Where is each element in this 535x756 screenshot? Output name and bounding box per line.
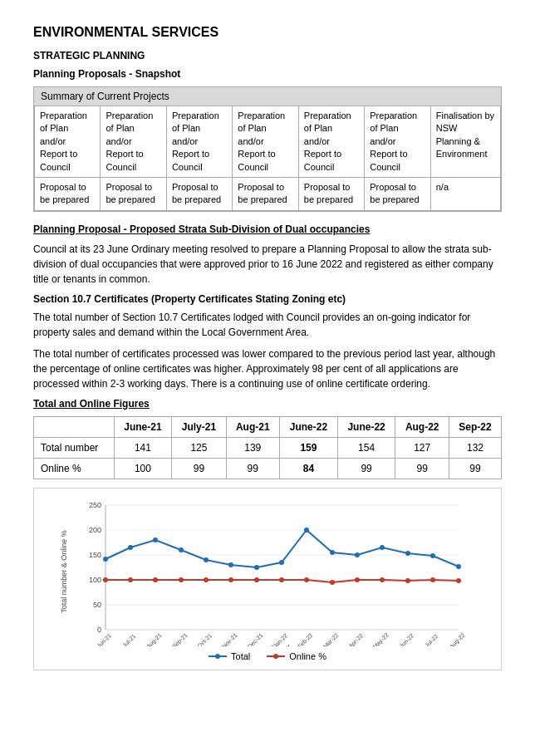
total-jul21: 125 xyxy=(172,437,226,458)
legend-online-label: Online % xyxy=(289,651,326,661)
online-dot xyxy=(380,577,385,582)
data-table: June-21 July-21 Aug-21 June-22 June-22 A… xyxy=(33,416,502,479)
proposal-heading: Planning Proposal - Proposed Strata Sub-… xyxy=(33,223,502,235)
online-dot xyxy=(204,577,209,582)
col-header-2: July-21 xyxy=(172,416,226,437)
y-axis-label: Total number & Online % xyxy=(60,530,68,613)
cell-2-7: n/a xyxy=(430,177,500,210)
summary-table: Preparation of Plan and/or Report to Cou… xyxy=(34,106,501,211)
figures-heading: Total and Online Figures xyxy=(33,398,502,410)
online-dot xyxy=(254,577,259,582)
svg-text:Month: Month xyxy=(271,644,292,646)
total-dot xyxy=(254,565,259,570)
cell-1-5: Preparation of Plan and/or Report to Cou… xyxy=(298,106,364,177)
svg-point-32 xyxy=(273,654,278,659)
online-dot xyxy=(279,577,284,582)
total-aug22: 127 xyxy=(395,437,449,458)
svg-text:Feb-22: Feb-22 xyxy=(297,632,314,646)
svg-text:150: 150 xyxy=(89,551,101,559)
online-aug22: 99 xyxy=(395,458,449,479)
legend-online-icon xyxy=(267,652,285,660)
svg-text:0: 0 xyxy=(97,626,101,634)
online-dot xyxy=(103,577,108,582)
total-sep22: 132 xyxy=(449,437,501,458)
svg-text:200: 200 xyxy=(89,526,101,534)
total-dot xyxy=(153,538,158,542)
table-header-row: June-21 July-21 Aug-21 June-22 June-22 A… xyxy=(34,416,502,437)
online-sep22: 99 xyxy=(449,458,501,479)
online-aug21: 99 xyxy=(226,458,279,479)
online-jun22: 84 xyxy=(280,458,338,479)
total-dot xyxy=(179,547,184,552)
online-dot xyxy=(430,577,435,582)
col-header-6: Aug-22 xyxy=(395,416,449,437)
col-header-0 xyxy=(34,416,115,437)
legend-total: Total xyxy=(209,651,250,661)
svg-text:Mar-22: Mar-22 xyxy=(322,632,340,646)
para2: The total number of certificates process… xyxy=(33,346,502,391)
chart-legend: Total Online % xyxy=(42,651,493,661)
svg-text:Aug-22: Aug-22 xyxy=(449,631,467,646)
total-aug21: 139 xyxy=(226,437,279,458)
online-dot xyxy=(179,577,184,582)
online-dot xyxy=(304,577,309,582)
snapshot-heading: Planning Proposals - Snapshot xyxy=(33,68,502,80)
total-jun22b: 154 xyxy=(337,437,395,458)
chart-container: Total number & Online % 0 50 100 150 200… xyxy=(33,488,502,670)
table-row-total: Total number 141 125 139 159 154 127 132 xyxy=(34,437,502,458)
online-dot xyxy=(355,577,360,582)
online-dot xyxy=(128,577,133,582)
svg-text:50: 50 xyxy=(93,601,101,609)
chart-svg: Total number & Online % 0 50 100 150 200… xyxy=(42,497,493,646)
cell-2-1: Proposal to be prepared xyxy=(35,177,101,210)
legend-total-icon xyxy=(209,652,227,660)
col-header-1: June-21 xyxy=(114,416,172,437)
col-header-7: Sep-22 xyxy=(449,416,501,437)
total-dot xyxy=(279,560,284,565)
cell-1-4: Preparation of Plan and/or Report to Cou… xyxy=(233,106,298,177)
legend-online: Online % xyxy=(267,651,326,661)
summary-table-wrapper: Summary of Current Projects Preparation … xyxy=(33,86,502,212)
col-header-3: Aug-21 xyxy=(226,416,279,437)
total-dot xyxy=(430,553,435,558)
total-dot xyxy=(103,557,108,562)
section-heading: Section 10.7 Certificates (Property Cert… xyxy=(33,293,502,305)
table-row: Proposal to be prepared Proposal to be p… xyxy=(35,177,501,210)
svg-text:Nov-21: Nov-21 xyxy=(221,631,238,646)
table-row-online: Online % 100 99 99 84 99 99 99 xyxy=(34,458,502,479)
cell-1-1: Preparation of Plan and/or Report to Cou… xyxy=(35,106,101,177)
total-dot xyxy=(405,551,410,556)
svg-text:Apr-22: Apr-22 xyxy=(347,632,365,646)
svg-text:Aug-21: Aug-21 xyxy=(145,631,164,646)
cell-1-6: Preparation of Plan and/or Report to Cou… xyxy=(365,106,430,177)
total-jun22: 159 xyxy=(280,437,338,458)
svg-text:Jul-21: Jul-21 xyxy=(121,633,137,646)
online-dot xyxy=(456,578,461,583)
online-jun22b: 99 xyxy=(337,458,395,479)
online-dot xyxy=(405,578,410,583)
total-dot xyxy=(355,552,360,557)
svg-text:Oct-21: Oct-21 xyxy=(196,632,213,646)
svg-text:Jul-22: Jul-22 xyxy=(424,633,439,646)
total-dot xyxy=(380,545,385,550)
online-dot xyxy=(228,577,233,582)
total-dot xyxy=(228,562,233,567)
cell-2-2: Proposal to be prepared xyxy=(101,177,166,210)
svg-text:250: 250 xyxy=(89,501,101,509)
total-dot xyxy=(456,564,461,569)
legend-total-label: Total xyxy=(231,651,250,661)
cell-1-3: Preparation of Plan and/or Report to Cou… xyxy=(166,106,232,177)
page-title: ENVIRONMENTAL SERVICES xyxy=(33,25,502,40)
svg-text:Dec-21: Dec-21 xyxy=(247,631,264,646)
cell-1-7: Finalisation by NSW Planning & Environme… xyxy=(430,106,500,177)
online-jul21: 99 xyxy=(172,458,226,479)
online-jun21: 100 xyxy=(114,458,172,479)
svg-text:Sep-21: Sep-21 xyxy=(171,631,189,646)
cell-2-6: Proposal to be prepared xyxy=(365,177,430,210)
para1: The total number of Section 10.7 Certifi… xyxy=(33,310,502,340)
total-dot xyxy=(204,557,209,562)
total-jun21: 141 xyxy=(114,437,172,458)
online-dot xyxy=(153,577,158,582)
svg-text:Jun-21: Jun-21 xyxy=(96,632,112,646)
svg-point-30 xyxy=(215,654,220,659)
